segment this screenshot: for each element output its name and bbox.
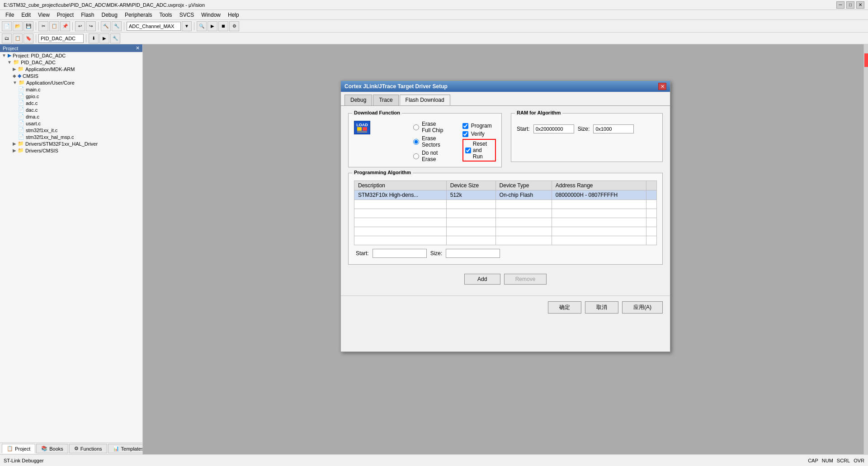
tree-item-user-core[interactable]: ▼ 📁 Application/User/Core: [0, 79, 142, 86]
empty-cell-16: [354, 227, 447, 236]
expand-icon-3: ▶: [13, 67, 16, 71]
empty-cell-12: [446, 218, 495, 227]
debug-button[interactable]: ▶: [208, 21, 217, 31]
menu-edit[interactable]: Edit: [18, 11, 34, 19]
tree-item-usart[interactable]: 📄 usart.c: [0, 120, 142, 127]
settings-button[interactable]: ⚙: [229, 21, 239, 31]
tab-functions[interactable]: ⚙ Functions: [69, 444, 107, 453]
cell-device-type: On-chip Flash: [495, 190, 552, 200]
tab-templates[interactable]: 📊 Templates: [108, 444, 143, 453]
stop-button[interactable]: ⏹: [218, 21, 228, 31]
apply-button[interactable]: 应用(A): [622, 301, 663, 314]
copy-button[interactable]: 📋: [49, 21, 59, 31]
table-row[interactable]: STM32F10x High-dens... 512k On-chip Flas…: [354, 190, 657, 200]
erase-sectors-radio[interactable]: [413, 139, 419, 145]
empty-cell-21: [354, 236, 447, 245]
menu-svcs[interactable]: SVCS: [176, 11, 198, 19]
algo-size-input[interactable]: [446, 249, 500, 258]
search-button[interactable]: 🔍: [197, 21, 207, 31]
menu-window[interactable]: Window: [198, 11, 224, 19]
verify-row: Verify: [462, 131, 496, 137]
project-name-field[interactable]: [38, 34, 84, 43]
ok-button[interactable]: 确定: [548, 301, 581, 314]
erase-full-chip-radio[interactable]: [413, 124, 419, 130]
menu-peripherals[interactable]: Peripherals: [121, 11, 156, 19]
start-debug-button[interactable]: ▶: [99, 33, 109, 43]
open-button[interactable]: 📂: [13, 21, 23, 31]
build-output-button[interactable]: 📋: [13, 33, 23, 43]
close-button[interactable]: ✕: [856, 1, 864, 9]
menu-help[interactable]: Help: [224, 11, 243, 19]
ram-start-input[interactable]: [533, 124, 574, 133]
empty-cell-8: [495, 209, 552, 218]
save-button[interactable]: 💾: [24, 21, 33, 31]
load-text: LOAD: [356, 123, 368, 127]
paste-button[interactable]: 📌: [60, 21, 70, 31]
build-button[interactable]: 🔨: [101, 21, 111, 31]
dialog-action-buttons: 确定 取消 应用(A): [341, 295, 670, 319]
build-all-button[interactable]: 🔧: [112, 21, 122, 31]
menu-file[interactable]: File: [2, 11, 18, 19]
project-view-button[interactable]: 🗂: [2, 33, 12, 43]
tree-item-pid-dac-adc[interactable]: ▼ 📁 PID_DAC_ADC: [0, 59, 142, 66]
tree-item-dma[interactable]: 📄 dma.c: [0, 113, 142, 120]
algo-start-input[interactable]: [373, 249, 427, 258]
do-not-erase-radio[interactable]: [413, 153, 419, 159]
checkboxes-col: Program Verify Reset and R: [462, 121, 496, 162]
tree-item-drivers-cmsis[interactable]: ▶ 📁 Drivers/CMSIS: [0, 147, 142, 154]
menu-tools[interactable]: Tools: [156, 11, 176, 19]
ram-size-input[interactable]: [593, 124, 634, 133]
redo-button[interactable]: ↪: [86, 21, 96, 31]
menu-debug[interactable]: Debug: [98, 11, 121, 19]
remove-button[interactable]: Remove: [504, 274, 547, 285]
erase-sectors-row: Erase Sectors: [413, 135, 444, 148]
program-checkbox[interactable]: [462, 123, 468, 129]
add-button[interactable]: Add: [464, 274, 500, 285]
bookmark-button[interactable]: 🔖: [24, 33, 33, 43]
tree-item-stm32msp[interactable]: 📄 stm32f1xx_hal_msp.c: [0, 133, 142, 140]
expand-icon-5: ▶: [13, 141, 16, 146]
dialog-close-button[interactable]: ✕: [658, 83, 666, 90]
options-button[interactable]: 🔧: [110, 33, 120, 43]
maximize-button[interactable]: □: [846, 1, 854, 9]
verify-checkbox[interactable]: [462, 131, 468, 137]
empty-cell-2: [446, 200, 495, 209]
toolbar2-sep-2: [86, 34, 86, 43]
menu-project[interactable]: Project: [53, 11, 77, 19]
tree-item-hal-driver[interactable]: ▶ 📁 Drivers/STM32F1xx_HAL_Driver: [0, 140, 142, 147]
tab-trace[interactable]: Trace: [373, 95, 398, 105]
tree-item-dac[interactable]: 📄 dac.c: [0, 106, 142, 113]
tree-item-cmsis[interactable]: ◆ ◆ CMSIS: [0, 72, 142, 79]
new-file-button[interactable]: 📄: [2, 21, 12, 31]
toolbar-sep-1: [36, 22, 36, 30]
load-button[interactable]: ⬇: [89, 33, 99, 43]
load-icon: LOAD: [354, 121, 370, 134]
menu-flash[interactable]: Flash: [77, 11, 98, 19]
empty-cell-7: [446, 209, 495, 218]
reset-run-checkbox[interactable]: [465, 147, 471, 153]
undo-button[interactable]: ↩: [75, 21, 85, 31]
menu-view[interactable]: View: [34, 11, 53, 19]
tree-item-mdk-arm[interactable]: ▶ 📁 Application/MDK-ARM: [0, 66, 142, 72]
ram-algorithm-box: RAM for Algorithm Start: Size:: [511, 113, 663, 162]
table-row-empty-2: [354, 209, 657, 218]
window-title: E:\STM32_cube_project\cube\PID_DAC_ADC\M…: [4, 2, 205, 8]
minimize-button[interactable]: ─: [836, 1, 844, 9]
target-dropdown[interactable]: [127, 22, 181, 31]
cut-button[interactable]: ✂: [38, 21, 48, 31]
tab-books[interactable]: 📚 Books: [36, 444, 68, 453]
ram-start-row: Start: Size:: [517, 124, 657, 133]
cancel-button[interactable]: 取消: [585, 301, 618, 314]
algo-size-label: Size:: [430, 250, 443, 257]
tab-project[interactable]: 📋 Project: [2, 444, 35, 453]
tree-item-stm32it[interactable]: 📄 stm32f1xx_it.c: [0, 127, 142, 133]
tab-debug[interactable]: Debug: [344, 95, 372, 105]
tab-flash-download[interactable]: Flash Download: [400, 95, 450, 105]
tree-item-project[interactable]: ▼ ▶ Project: PID_DAC_ADC: [0, 52, 142, 59]
tree-item-main[interactable]: 📄 main.c: [0, 86, 142, 93]
tree-item-adc[interactable]: 📄 adc.c: [0, 100, 142, 106]
target-settings-button[interactable]: ▼: [182, 21, 192, 31]
sidebar-close-icon[interactable]: ✕: [136, 45, 140, 51]
tree-item-gpio[interactable]: 📄 gpio.c: [0, 93, 142, 100]
col-address-range: Address Range: [552, 181, 646, 190]
